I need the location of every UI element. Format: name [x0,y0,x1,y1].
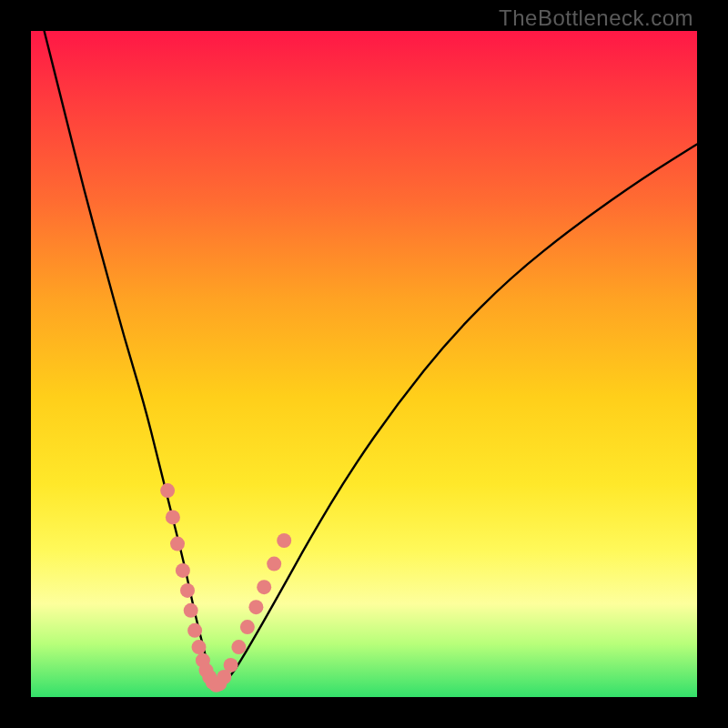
highlighted-point [257,580,271,594]
highlighted-point [187,623,202,638]
highlighted-point [267,557,281,571]
highlighted-point [224,658,238,672]
highlighted-point [170,537,185,551]
highlighted-point [166,510,180,524]
highlighted-point [184,603,198,618]
curve-svg [31,31,697,697]
highlighted-point [192,640,207,654]
highlighted-point [160,483,175,498]
watermark-text: TheBottleneck.com [499,5,693,31]
highlighted-point [240,620,255,634]
bottleneck-curve [45,31,697,684]
highlighted-point [180,583,195,598]
highlighted-point [231,640,246,654]
chart-frame: TheBottleneck.com [0,0,728,728]
highlighted-point [248,600,263,614]
highlighted-point [176,563,190,578]
highlighted-point [277,533,291,548]
highlighted-points-group [160,483,291,693]
plot-area [31,31,697,697]
